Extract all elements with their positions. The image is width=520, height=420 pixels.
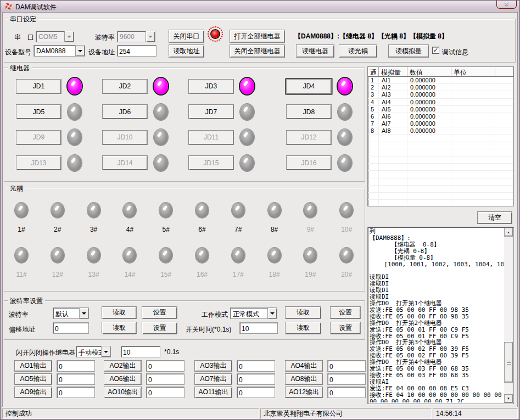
opto-channel-label: 20# xyxy=(340,271,353,278)
switchtime-read-button[interactable]: 读取 xyxy=(285,322,321,334)
table-cell: 0.000000 xyxy=(407,77,451,84)
table-cell xyxy=(368,193,379,200)
scroll-up-button[interactable]: ▲ xyxy=(504,228,513,237)
device-model-value: DAM0888 xyxy=(34,46,75,56)
close-all-relays-button[interactable]: 关闭全部继电器 xyxy=(230,44,285,58)
offset-label: 偏移地址 xyxy=(9,325,35,334)
flash-time-input[interactable] xyxy=(121,346,160,357)
scrollbar-thumb[interactable] xyxy=(504,342,513,383)
device-address-input[interactable] xyxy=(117,45,156,57)
table-header-cell[interactable]: 通 xyxy=(368,67,379,76)
company-name: 北京聚英翱翔电子有限公司 xyxy=(260,408,432,419)
opto-indicator xyxy=(340,248,353,263)
ao-value-input[interactable] xyxy=(237,373,275,385)
close-button[interactable]: ✕ xyxy=(496,1,517,9)
close-serial-button[interactable]: 关闭串口 xyxy=(169,30,204,43)
relay-button-jd4[interactable]: JD4 xyxy=(286,79,332,94)
ao-value-input[interactable] xyxy=(57,387,95,398)
workmode-select[interactable]: 正常模式 xyxy=(230,307,277,319)
ao-button-ao7[interactable]: AO7输出 xyxy=(194,373,232,385)
relay-button-jd9[interactable]: JD9 xyxy=(16,130,61,145)
ao-value-input[interactable] xyxy=(146,387,184,398)
offset-set-button[interactable]: 设置 xyxy=(142,322,177,334)
opto-channel: 13# xyxy=(87,248,124,293)
switchtime-set-button[interactable]: 设置 xyxy=(330,322,361,334)
relay-button-jd2[interactable]: JD2 xyxy=(102,79,148,94)
read-relay-button[interactable]: 读继电器 xyxy=(296,44,334,58)
baud-read-button[interactable]: 读取 xyxy=(102,306,137,319)
relay-cell: JD6 xyxy=(102,99,188,125)
offset-input[interactable] xyxy=(53,322,89,334)
table-header-cell[interactable]: 单位 xyxy=(451,67,495,76)
ao-button-ao11[interactable]: AO11输出 xyxy=(194,387,232,398)
baud2-select[interactable]: 默认 xyxy=(53,307,89,319)
ao-value-input[interactable] xyxy=(146,373,184,385)
ao-button-ao8[interactable]: AO8输出 xyxy=(285,373,323,385)
relay-button-jd12[interactable]: JD12 xyxy=(286,130,332,145)
table-header-cell[interactable]: 数值 xyxy=(407,67,451,76)
table-cell xyxy=(495,99,513,106)
relay-button-jd5[interactable]: JD5 xyxy=(16,104,61,119)
opto-channel-label: 10# xyxy=(340,226,353,233)
relay-button-jd3[interactable]: JD3 xyxy=(188,79,234,94)
relay-button-jd14[interactable]: JD14 xyxy=(102,155,148,170)
opto-channel: 18# xyxy=(268,248,304,293)
ao-output-cell: AO12输出 xyxy=(285,387,368,400)
relay-button-jd7[interactable]: JD7 xyxy=(188,104,234,119)
switchtime-input[interactable] xyxy=(239,322,278,334)
ao-button-ao5[interactable]: AO5输出 xyxy=(14,373,52,385)
baud-set-button[interactable]: 设置 xyxy=(142,306,177,319)
ao-button-ao1[interactable]: AO1输出 xyxy=(14,360,52,372)
relay-button-jd8[interactable]: JD8 xyxy=(286,104,332,119)
ao-button-ao12[interactable]: AO12输出 xyxy=(285,387,323,398)
read-opto-button[interactable]: 读光耦 xyxy=(339,44,377,58)
relay-button-jd11[interactable]: JD11 xyxy=(188,130,234,145)
ao-button-ao9[interactable]: AO9输出 xyxy=(14,387,52,398)
workmode-read-button[interactable]: 读取 xyxy=(285,306,321,319)
relay-button-jd1[interactable]: JD1 xyxy=(16,79,61,94)
table-header-cell[interactable]: 模拟量 xyxy=(379,67,407,76)
flash-mode-select[interactable]: 手动模式 xyxy=(76,346,111,357)
relay-button-jd6[interactable]: JD6 xyxy=(102,104,148,119)
opto-indicator xyxy=(268,248,281,263)
ao-button-ao2[interactable]: AO2输出 xyxy=(104,360,142,372)
relay-button-jd16[interactable]: JD16 xyxy=(286,155,332,170)
table-cell xyxy=(495,127,513,135)
baud-rate-select[interactable]: 9600 xyxy=(117,31,155,42)
relay-cell: JD3 xyxy=(188,74,286,99)
workmode-label: 工作模式 xyxy=(202,310,228,320)
ao-value-input[interactable] xyxy=(237,360,275,372)
table-cell xyxy=(495,149,513,156)
scroll-down-button[interactable]: ▼ xyxy=(504,394,513,403)
relay-button-jd15[interactable]: JD15 xyxy=(188,155,234,170)
debug-info-label: 调试信息 xyxy=(442,48,468,57)
clear-log-button[interactable]: 清空 xyxy=(477,211,512,224)
ao-button-ao4[interactable]: AO4输出 xyxy=(285,360,323,372)
device-model-select[interactable]: DAM0888 xyxy=(33,45,85,57)
debug-info-checkbox[interactable]: ✓ xyxy=(432,47,439,54)
log-scrollbar[interactable]: ▲ ▼ xyxy=(504,228,513,403)
ao-button-ao3[interactable]: AO3输出 xyxy=(194,360,232,372)
debug-log-box: 列 【DAM0888】: 【继电器 0-8】 【光耦 0-8】 【模拟量 0-8… xyxy=(367,227,514,404)
com-port-select[interactable]: COM5 xyxy=(36,31,74,42)
ao-value-input[interactable] xyxy=(57,373,95,385)
relay-indicator-off xyxy=(240,155,254,171)
offset-read-button[interactable]: 读取 xyxy=(102,322,137,334)
relay-button-jd10[interactable]: JD10 xyxy=(102,130,148,145)
opto-indicator xyxy=(304,248,317,263)
ao-value-input[interactable] xyxy=(327,360,366,372)
workmode-set-button[interactable]: 设置 xyxy=(330,306,361,319)
ao-value-input[interactable] xyxy=(57,360,95,372)
ao-value-input[interactable] xyxy=(327,373,366,385)
opto-channel: 11# xyxy=(15,248,51,293)
read-address-button[interactable]: 读取地址 xyxy=(169,44,204,58)
ao-value-input[interactable] xyxy=(146,360,184,372)
ao-button-ao6[interactable]: AO6输出 xyxy=(104,373,142,385)
ao-value-input[interactable] xyxy=(327,387,366,398)
ao-button-ao10[interactable]: AO10输出 xyxy=(104,387,142,398)
open-all-relays-button[interactable]: 打开全部继电器 xyxy=(230,30,285,43)
read-analog-button[interactable]: 读模拟量 xyxy=(388,44,429,58)
ao-value-input[interactable] xyxy=(237,387,275,398)
table-header-cell[interactable] xyxy=(495,67,513,76)
relay-button-jd13[interactable]: JD13 xyxy=(16,155,61,170)
